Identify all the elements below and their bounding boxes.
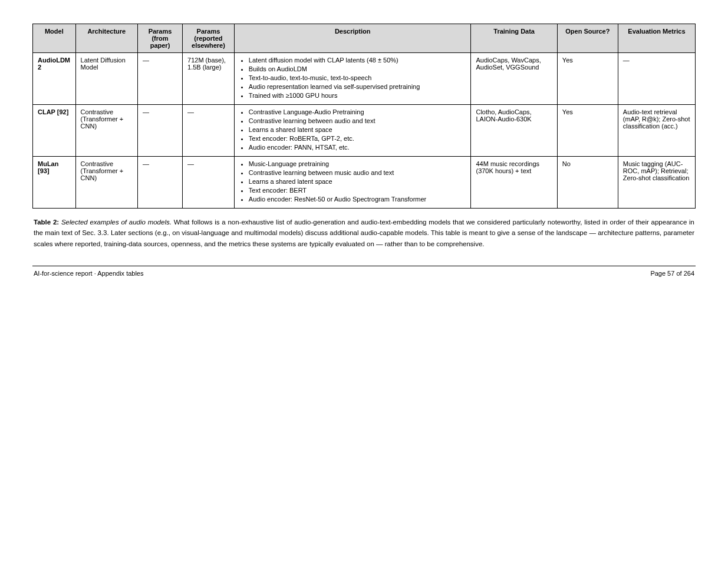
description-item: Audio representation learned via self-su… (249, 83, 466, 90)
table-row: CLAP [92]Contrastive (Transformer + CNN)… (33, 105, 696, 157)
description-list: Music-Language pretrainingContrastive le… (239, 160, 466, 203)
table-cell: — (137, 105, 182, 157)
table-cell: Music tagging (AUC-ROC, mAP); Retrieval;… (618, 157, 695, 209)
table-cell: MuLan [93] (33, 157, 76, 209)
footer-rule (32, 266, 696, 266)
table-cell: No (557, 157, 618, 209)
description-item: Contrastive learning between audio and t… (249, 117, 466, 124)
description-item: Contrastive learning between music audio… (249, 169, 466, 176)
description-item: Text encoder: BERT (249, 187, 466, 194)
table-cell: Latent Diffusion Model (75, 53, 137, 105)
col-params-paper: Params (from paper) (137, 24, 182, 53)
col-model: Model (33, 24, 76, 53)
footer-left: AI-for-science report · Appendix tables (34, 270, 143, 277)
table-cell: — (137, 53, 182, 105)
col-training: Training Data (471, 24, 557, 53)
table-cell: Contrastive (Transformer + CNN) (75, 105, 137, 157)
table-row: AudioLDM 2Latent Diffusion Model—712M (b… (33, 53, 696, 105)
col-evaluation: Evaluation Metrics (618, 24, 695, 53)
table-cell: — (618, 53, 695, 105)
description-item: Learns a shared latent space (249, 126, 466, 133)
table-cell: CLAP [92] (33, 105, 76, 157)
col-architecture: Architecture (75, 24, 137, 53)
table-cell: — (183, 105, 235, 157)
description-list: Contrastive Language-Audio PretrainingCo… (239, 108, 466, 151)
table-header-row: Model Architecture Params (from paper) P… (33, 24, 696, 53)
description-item: Music-Language pretraining (249, 160, 466, 167)
description-item: Builds on AudioLDM (249, 65, 466, 72)
table-cell: 712M (base), 1.5B (large) (183, 53, 235, 105)
page-footer: AI-for-science report · Appendix tables … (32, 270, 696, 289)
table-cell: Contrastive Language-Audio PretrainingCo… (234, 105, 471, 157)
col-params-other: Params (reported elsewhere) (183, 24, 235, 53)
table-caption: Table 2: Selected examples of audio mode… (32, 217, 696, 249)
description-item: Audio encoder: ResNet-50 or Audio Spectr… (249, 196, 466, 203)
description-item: Text encoder: RoBERTa, GPT-2, etc. (249, 135, 466, 142)
table-cell: Clotho, AudioCaps, LAION-Audio-630K (471, 105, 557, 157)
description-item: Latent diffusion model with CLAP latents… (249, 57, 466, 64)
description-item: Learns a shared latent space (249, 178, 466, 185)
table-cell: — (183, 157, 235, 209)
table-cell: Yes (557, 105, 618, 157)
description-list: Latent diffusion model with CLAP latents… (239, 57, 466, 99)
table-cell: — (137, 157, 182, 209)
description-item: Trained with ≥1000 GPU hours (249, 92, 466, 99)
table-cell: AudioCaps, WavCaps, AudioSet, VGGSound (471, 53, 557, 105)
col-opensource: Open Source? (557, 24, 618, 53)
models-table: Model Architecture Params (from paper) P… (32, 24, 696, 209)
table-cell: Music-Language pretrainingContrastive le… (234, 157, 471, 209)
table-cell: Audio-text retrieval (mAP, R@k); Zero-sh… (618, 105, 695, 157)
description-item: Audio encoder: PANN, HTSAT, etc. (249, 144, 466, 151)
table-cell: Contrastive (Transformer + CNN) (75, 157, 137, 209)
table-row: MuLan [93]Contrastive (Transformer + CNN… (33, 157, 696, 209)
footer-right: Page 57 of 264 (650, 270, 694, 277)
caption-italic: Selected examples of audio models. (61, 219, 172, 226)
col-description: Description (234, 24, 471, 53)
table-cell: 44M music recordings (370K hours) + text (471, 157, 557, 209)
table-cell: Yes (557, 53, 618, 105)
description-item: Text-to-audio, text-to-music, text-to-sp… (249, 74, 466, 81)
table-cell: Latent diffusion model with CLAP latents… (234, 53, 471, 105)
table-cell: AudioLDM 2 (33, 53, 76, 105)
description-item: Contrastive Language-Audio Pretraining (249, 108, 466, 115)
caption-label: Table 2: (34, 219, 59, 226)
